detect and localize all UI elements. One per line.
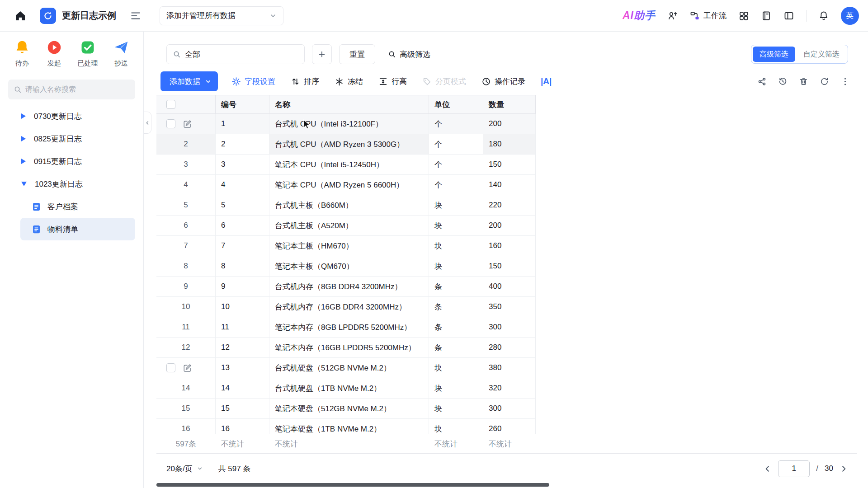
cell-name[interactable]: 台式机 CPU（AMD Ryzen 3 5300G） xyxy=(269,134,429,154)
cell-no[interactable]: 7 xyxy=(216,236,269,256)
cell-unit[interactable]: 块 xyxy=(429,399,483,418)
cell-unit[interactable]: 块 xyxy=(429,195,483,215)
cell-no[interactable]: 12 xyxy=(216,338,269,357)
row-handle-cell[interactable]: 14 xyxy=(156,378,216,398)
summary-unit[interactable]: 不统计 xyxy=(429,434,483,453)
refresh-icon[interactable] xyxy=(820,77,829,86)
row-handle-cell[interactable]: 3 xyxy=(156,155,216,174)
tree-node[interactable]: 0825更新日志 xyxy=(0,127,143,150)
cell-name[interactable]: 台式机主板（B660M） xyxy=(269,195,429,215)
history-icon[interactable] xyxy=(778,77,788,86)
share-icon[interactable] xyxy=(757,77,767,86)
table-row[interactable]: 22台式机 CPU（AMD Ryzen 3 5300G）个180 xyxy=(156,134,536,155)
page-size-select[interactable]: 20条/页 xyxy=(166,464,203,474)
bell-icon[interactable] xyxy=(818,10,829,21)
table-row[interactable]: 1212笔记本内存（16GB LPDDR5 5200MHz）条280 xyxy=(156,338,536,358)
row-handle-cell[interactable] xyxy=(156,358,216,378)
cell-no[interactable]: 3 xyxy=(216,155,269,174)
cell-no[interactable]: 2 xyxy=(216,134,269,154)
table-row[interactable]: 13台式机硬盘（512GB NVMe M.2）块380 xyxy=(156,358,536,378)
horizontal-scrollbar[interactable] xyxy=(156,483,549,487)
cell-unit[interactable]: 块 xyxy=(429,419,483,434)
cell-qty[interactable]: 260 xyxy=(483,419,536,434)
cell-no[interactable]: 5 xyxy=(216,195,269,215)
cell-unit[interactable]: 条 xyxy=(429,277,483,296)
cell-unit[interactable]: 块 xyxy=(429,236,483,256)
ai-field-button[interactable]: |A| xyxy=(541,76,552,86)
field-settings-button[interactable]: 字段设置 xyxy=(231,76,275,87)
row-height-button[interactable]: 行高 xyxy=(378,76,407,87)
add-data-button[interactable]: 添加数据 xyxy=(160,71,218,91)
summary-no[interactable]: 不统计 xyxy=(216,434,269,453)
cell-no[interactable]: 13 xyxy=(216,358,269,378)
custom-filter-tab[interactable]: 自定义筛选 xyxy=(797,47,846,62)
cell-unit[interactable]: 块 xyxy=(429,378,483,398)
journal-icon[interactable] xyxy=(761,10,772,21)
select-all-checkbox[interactable] xyxy=(166,100,175,109)
view-selector[interactable]: 添加并管理所有数据 xyxy=(160,6,283,25)
more-icon[interactable] xyxy=(840,77,850,86)
advanced-filter-tab[interactable]: 高级筛选 xyxy=(753,47,795,62)
cell-qty[interactable]: 160 xyxy=(483,236,536,256)
cell-unit[interactable]: 个 xyxy=(429,175,483,195)
table-row[interactable]: 1台式机 CPU（Intel i3-12100F）个200 xyxy=(156,114,536,134)
cell-unit[interactable]: 条 xyxy=(429,338,483,357)
tree-node[interactable]: 0730更新日志 xyxy=(0,105,143,127)
tree-collapse-icon[interactable] xyxy=(21,182,27,186)
row-handle-cell[interactable]: 5 xyxy=(156,195,216,215)
tree-leaf[interactable]: 物料清单 xyxy=(20,218,135,240)
contacts-icon[interactable] xyxy=(667,10,678,21)
cell-qty[interactable]: 300 xyxy=(483,399,536,418)
sidebar-collapse-handle[interactable] xyxy=(144,112,151,134)
cell-qty[interactable]: 200 xyxy=(483,114,536,134)
cell-qty[interactable]: 320 xyxy=(483,378,536,398)
row-handle-cell[interactable] xyxy=(156,114,216,134)
cell-name[interactable]: 笔记本内存（16GB LPDDR5 5200MHz） xyxy=(269,338,429,357)
cell-no[interactable]: 6 xyxy=(216,216,269,235)
column-header-unit[interactable]: 单位 xyxy=(429,95,483,113)
cell-name[interactable]: 笔记本硬盘（1TB NVMe M.2） xyxy=(269,419,429,434)
cell-qty[interactable]: 350 xyxy=(483,297,536,317)
cell-no[interactable]: 14 xyxy=(216,378,269,398)
cell-name[interactable]: 台式机 CPU（Intel i3-12100F） xyxy=(269,114,429,134)
cell-name[interactable]: 台式机内存（8GB DDR4 3200MHz） xyxy=(269,277,429,296)
column-header-name[interactable]: 名称 xyxy=(269,95,429,113)
edit-row-icon[interactable] xyxy=(183,119,192,129)
cell-unit[interactable]: 条 xyxy=(429,317,483,337)
home-icon[interactable] xyxy=(14,9,27,23)
cell-no[interactable]: 16 xyxy=(216,419,269,434)
table-row[interactable]: 1616笔记本硬盘（1TB NVMe M.2）块260 xyxy=(156,419,536,434)
freeze-button[interactable]: 冻结 xyxy=(335,76,363,87)
cell-qty[interactable]: 380 xyxy=(483,358,536,378)
cell-unit[interactable]: 条 xyxy=(429,297,483,317)
cell-name[interactable]: 台式机硬盘（512GB NVMe M.2） xyxy=(269,358,429,378)
app-logo-icon[interactable] xyxy=(40,8,56,24)
cell-name[interactable]: 笔记本硬盘（512GB NVMe M.2） xyxy=(269,399,429,418)
trash-icon[interactable] xyxy=(799,77,808,86)
row-handle-cell[interactable]: 2 xyxy=(156,134,216,154)
column-header-qty[interactable]: 数量 xyxy=(483,95,536,113)
cell-no[interactable]: 8 xyxy=(216,256,269,276)
edit-row-icon[interactable] xyxy=(183,363,192,373)
cell-no[interactable]: 10 xyxy=(216,297,269,317)
table-search-box[interactable]: 全部 xyxy=(166,44,305,64)
table-row[interactable]: 88笔记本主板（QM670）块150 xyxy=(156,256,536,277)
table-row[interactable]: 77笔记本主板（HM670）块160 xyxy=(156,236,536,256)
summary-qty[interactable]: 不统计 xyxy=(483,434,536,453)
table-row[interactable]: 66台式机主板（A520M）块200 xyxy=(156,216,536,236)
cell-no[interactable]: 15 xyxy=(216,399,269,418)
row-handle-cell[interactable]: 6 xyxy=(156,216,216,235)
cell-unit[interactable]: 块 xyxy=(429,216,483,235)
cell-unit[interactable]: 块 xyxy=(429,358,483,378)
table-row[interactable]: 1010台式机内存（16GB DDR4 3200MHz）条350 xyxy=(156,297,536,317)
table-row[interactable]: 55台式机主板（B660M）块220 xyxy=(156,195,536,216)
cell-qty[interactable]: 180 xyxy=(483,134,536,154)
row-handle-cell[interactable]: 16 xyxy=(156,419,216,434)
row-checkbox[interactable] xyxy=(166,119,175,128)
summary-name[interactable]: 不统计 xyxy=(269,434,429,453)
reset-button[interactable]: 重置 xyxy=(339,44,375,64)
table-row[interactable]: 99台式机内存（8GB DDR4 3200MHz）条400 xyxy=(156,277,536,297)
cell-name[interactable]: 台式机硬盘（1TB NVMe M.2） xyxy=(269,378,429,398)
cell-unit[interactable]: 个 xyxy=(429,155,483,174)
quick-action-initiate[interactable]: 发起 xyxy=(46,39,63,68)
